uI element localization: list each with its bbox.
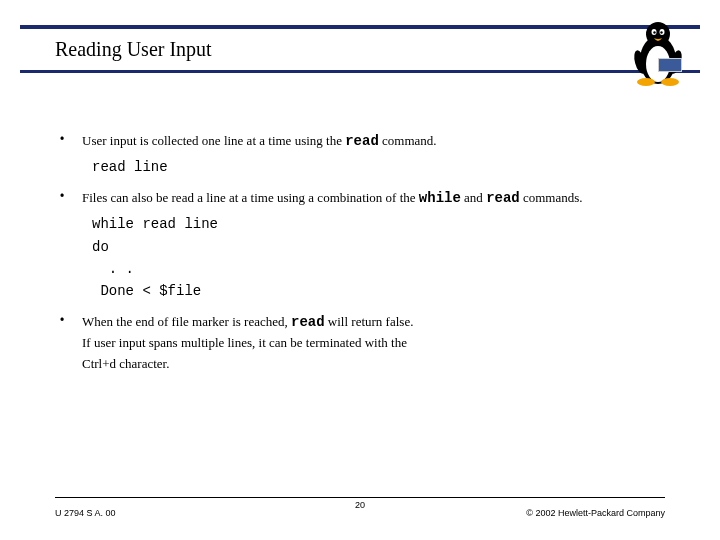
bullet-item: • Files can also be read a line at a tim… xyxy=(60,187,690,209)
bullet-item: • When the end of file marker is reached… xyxy=(60,311,690,375)
penguin-icon xyxy=(628,18,688,88)
text: commands. xyxy=(520,190,583,205)
bullet-icon: • xyxy=(60,187,82,209)
hp-logo-icon xyxy=(658,58,682,72)
text: and xyxy=(461,190,486,205)
bullet-item: • User input is collected one line at a … xyxy=(60,130,690,152)
text: If user input spans multiple lines, it c… xyxy=(82,335,407,350)
svg-point-2 xyxy=(646,22,670,46)
code-block: read line xyxy=(92,156,690,178)
text: User input is collected one line at a ti… xyxy=(82,133,345,148)
code: read xyxy=(345,133,379,149)
bullet-text: When the end of file marker is reached, … xyxy=(82,311,690,375)
code-block: while read line do . . Done < $file xyxy=(92,213,690,303)
page-title: Reading User Input xyxy=(55,38,212,61)
text: When the end of file marker is reached, xyxy=(82,314,291,329)
svg-point-5 xyxy=(653,31,655,33)
svg-point-7 xyxy=(637,78,655,86)
code: while xyxy=(419,190,461,206)
svg-point-6 xyxy=(660,31,662,33)
text: Ctrl+d character. xyxy=(82,356,169,371)
svg-point-8 xyxy=(661,78,679,86)
code: read xyxy=(486,190,520,206)
copyright: © 2002 Hewlett-Packard Company xyxy=(526,508,665,518)
bullet-icon: • xyxy=(60,311,82,375)
text: will return false. xyxy=(325,314,414,329)
bullet-text: Files can also be read a line at a time … xyxy=(82,187,690,209)
slide-content: • User input is collected one line at a … xyxy=(60,130,690,379)
footer-rule xyxy=(55,497,665,498)
bullet-icon: • xyxy=(60,130,82,152)
text: Files can also be read a line at a time … xyxy=(82,190,419,205)
code: read xyxy=(291,314,325,330)
text: command. xyxy=(379,133,437,148)
top-rule xyxy=(20,25,700,29)
bullet-text: User input is collected one line at a ti… xyxy=(82,130,690,152)
title-underline xyxy=(20,70,700,73)
